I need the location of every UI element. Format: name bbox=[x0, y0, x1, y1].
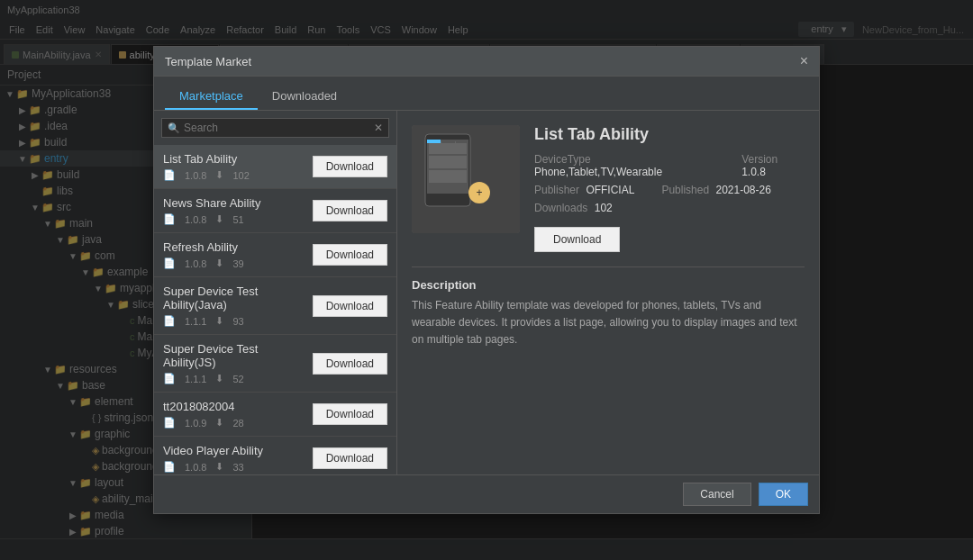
device-type-meta: DeviceType Phone,Tablet,TV,Wearable bbox=[534, 153, 714, 178]
ability-item-refresh[interactable]: Refresh Ability 📄 1.0.8 ⬇ 39 Download bbox=[154, 233, 396, 277]
ability-item-news-share[interactable]: News Share Ability 📄 1.0.8 ⬇ 51 Download bbox=[154, 189, 396, 233]
ability-meta: 📄 1.1.1 ⬇ 93 bbox=[163, 315, 313, 327]
download-button-4[interactable]: Download bbox=[313, 353, 387, 375]
search-box[interactable]: 🔍 ✕ bbox=[161, 118, 389, 138]
ability-info: tt2018082004 📄 1.0.9 ⬇ 28 bbox=[163, 400, 244, 429]
ability-info: Video Player Ability 📄 1.0.8 ⬇ 33 bbox=[163, 444, 263, 473]
detail-description-section: Description This Feature Ability templat… bbox=[412, 266, 805, 349]
ability-meta: 📄 1.0.8 ⬇ 39 bbox=[163, 257, 244, 269]
download-count-icon: ⬇ bbox=[215, 213, 223, 225]
svg-rect-4 bbox=[429, 156, 467, 168]
detail-meta-row-2: Publisher OFFICIAL Published 2021-08-26 bbox=[534, 184, 805, 196]
detail-info: List Tab Ability DeviceType Phone,Tablet… bbox=[534, 125, 805, 252]
svg-rect-7 bbox=[441, 140, 455, 143]
download-count-icon: ⬇ bbox=[215, 373, 223, 384]
doc-icon: 📄 bbox=[163, 373, 176, 384]
publisher-meta: Publisher OFFICIAL bbox=[534, 184, 634, 196]
detail-title: List Tab Ability bbox=[534, 125, 805, 144]
modal-overlay: Template Market × Marketplace Downloaded… bbox=[0, 0, 973, 560]
download-count-icon: ⬇ bbox=[215, 461, 223, 473]
doc-icon: 📄 bbox=[163, 315, 176, 327]
download-count-icon: ⬇ bbox=[215, 257, 223, 269]
search-icon: 🔍 bbox=[168, 122, 180, 134]
detail-description-label: Description bbox=[412, 278, 805, 292]
detail-description-text: This Feature Ability template was develo… bbox=[412, 297, 805, 349]
download-button-0[interactable]: Download bbox=[313, 156, 387, 177]
doc-icon: 📄 bbox=[163, 169, 176, 181]
doc-icon: 📄 bbox=[163, 213, 176, 225]
ability-item-super-device-js[interactable]: Super Device Test Ability(JS) 📄 1.1.1 ⬇ … bbox=[154, 335, 396, 393]
cancel-button[interactable]: Cancel bbox=[683, 483, 750, 506]
svg-rect-6 bbox=[427, 140, 441, 143]
modal-tab-marketplace[interactable]: Marketplace bbox=[165, 84, 258, 110]
modal-header: Template Market × bbox=[154, 47, 819, 77]
download-button-1[interactable]: Download bbox=[313, 200, 387, 221]
ability-info: Super Device Test Ability(JS) 📄 1.1.1 ⬇ … bbox=[163, 342, 313, 384]
download-button-5[interactable]: Download bbox=[313, 403, 387, 425]
modal-body: 🔍 ✕ List Tab Ability 📄 1.0.8 ⬇ bbox=[154, 111, 819, 474]
svg-rect-3 bbox=[429, 141, 467, 154]
download-button-3[interactable]: Download bbox=[313, 295, 387, 317]
download-button-2[interactable]: Download bbox=[313, 244, 387, 266]
published-meta: Published 2021-08-26 bbox=[661, 184, 770, 196]
ability-info: Refresh Ability 📄 1.0.8 ⬇ 39 bbox=[163, 240, 244, 269]
svg-text:+: + bbox=[476, 186, 482, 199]
downloads-meta: Downloads 102 bbox=[534, 202, 613, 214]
download-count-icon: ⬇ bbox=[215, 315, 223, 327]
ability-meta: 📄 1.0.8 ⬇ 102 bbox=[163, 169, 250, 181]
ability-meta: 📄 1.1.1 ⬇ 52 bbox=[163, 373, 313, 384]
modal-close-button[interactable]: × bbox=[800, 54, 808, 68]
ability-item-super-device-java[interactable]: Super Device Test Ability(Java) 📄 1.1.1 … bbox=[154, 277, 396, 335]
search-input[interactable] bbox=[184, 122, 370, 134]
ability-info: Super Device Test Ability(Java) 📄 1.1.1 … bbox=[163, 285, 313, 327]
ability-meta: 📄 1.0.8 ⬇ 51 bbox=[163, 213, 260, 225]
ability-item-video-player[interactable]: Video Player Ability 📄 1.0.8 ⬇ 33 Downlo… bbox=[154, 437, 396, 474]
detail-download-button[interactable]: Download bbox=[534, 227, 620, 252]
detail-preview: + bbox=[412, 125, 520, 233]
modal-tab-downloaded[interactable]: Downloaded bbox=[258, 84, 351, 110]
ability-item-list-tab[interactable]: List Tab Ability 📄 1.0.8 ⬇ 102 Download bbox=[154, 145, 396, 189]
doc-icon: 📄 bbox=[163, 461, 176, 473]
ok-button[interactable]: OK bbox=[759, 483, 808, 506]
ability-list: List Tab Ability 📄 1.0.8 ⬇ 102 Download bbox=[154, 145, 396, 474]
svg-rect-8 bbox=[456, 140, 468, 143]
doc-icon: 📄 bbox=[163, 417, 176, 429]
modal-detail-panel: + List Tab Ability DeviceType Phone,Tabl… bbox=[397, 111, 819, 474]
ability-info: News Share Ability 📄 1.0.8 ⬇ 51 bbox=[163, 196, 260, 225]
modal-footer: Cancel OK bbox=[154, 474, 819, 513]
version-meta: Version 1.0.8 bbox=[741, 153, 805, 178]
ability-meta: 📄 1.0.8 ⬇ 33 bbox=[163, 461, 263, 473]
detail-meta-row-3: Downloads 102 bbox=[534, 202, 805, 214]
ability-item-tt2018[interactable]: tt2018082004 📄 1.0.9 ⬇ 28 Download bbox=[154, 393, 396, 437]
svg-rect-5 bbox=[429, 170, 467, 183]
modal-title: Template Market bbox=[165, 55, 251, 68]
search-clear-icon[interactable]: ✕ bbox=[374, 122, 383, 134]
modal-tabs: Marketplace Downloaded bbox=[154, 77, 819, 111]
download-count-icon: ⬇ bbox=[215, 169, 223, 181]
download-button-6[interactable]: Download bbox=[313, 447, 387, 469]
detail-meta-row-1: DeviceType Phone,Tablet,TV,Wearable Vers… bbox=[534, 153, 805, 178]
modal-list-panel: 🔍 ✕ List Tab Ability 📄 1.0.8 ⬇ bbox=[154, 111, 397, 474]
doc-icon: 📄 bbox=[163, 257, 176, 269]
download-count-icon: ⬇ bbox=[215, 417, 223, 429]
template-market-modal: Template Market × Marketplace Downloaded… bbox=[153, 46, 820, 514]
ability-meta: 📄 1.0.9 ⬇ 28 bbox=[163, 417, 244, 429]
ability-info: List Tab Ability 📄 1.0.8 ⬇ 102 bbox=[163, 152, 250, 181]
